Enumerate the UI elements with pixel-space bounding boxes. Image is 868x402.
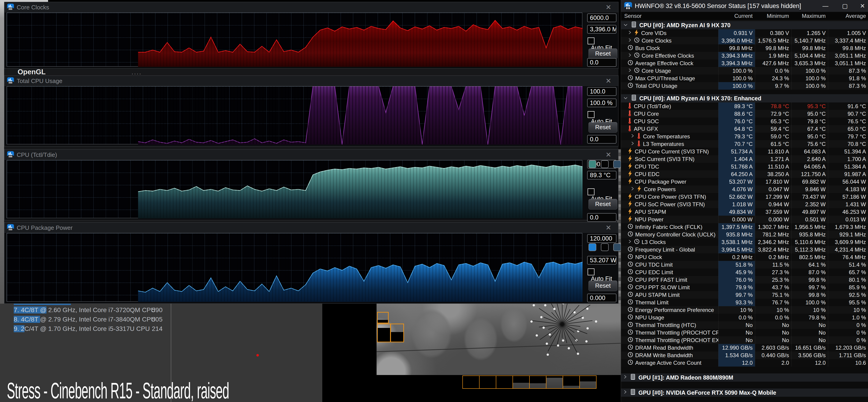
- sensor-section-expanded[interactable]: CPU [#0]: AMD Ryzen AI 9 HX 370: [621, 21, 868, 29]
- sensor-row[interactable]: CPU TDC51.768 A11.510 A64.065 A51.384 A: [621, 163, 868, 170]
- column-header-average[interactable]: Average: [828, 13, 868, 19]
- sensor-row[interactable]: CPU (Tctl/Tdie)89.3 °C78.8 °C95.3 °C91.6…: [621, 102, 868, 110]
- auto-fit-checkbox[interactable]: [588, 268, 594, 275]
- sensor-row[interactable]: NPU Usage0.0 %0.0 %79.8 %1.0 %: [621, 314, 868, 321]
- column-header-maximum[interactable]: Maximum: [791, 13, 828, 19]
- sensor-row[interactable]: CPU Core Power (SVI3 TFN)52.662 W17.299 …: [621, 193, 868, 201]
- column-header-sensor[interactable]: Sensor: [621, 13, 718, 19]
- chevron-right-icon: [630, 141, 635, 147]
- sensor-row[interactable]: Core Effective Clocks3,394.3 MHz1.9 MHz5…: [621, 52, 868, 60]
- axis-min-field[interactable]: 0.0: [587, 135, 616, 144]
- sensor-row[interactable]: NPU Clock0.2 MHz0.2 MHz802.5 MHz76.4 MHz: [621, 254, 868, 261]
- current-value-field[interactable]: 53.207 W: [587, 256, 616, 265]
- color-swatch-0[interactable]: [589, 243, 596, 251]
- ranking-row[interactable]: 7. 4C/8T @ 2.60 GHz, Intel Core i7-3720Q…: [14, 306, 155, 314]
- axis-max-field[interactable]: 120.000: [587, 234, 616, 243]
- sensor-row[interactable]: Core Usage100.0 %0.0 %100.0 %87.3 %: [621, 67, 868, 74]
- axis-min-field[interactable]: 0.000: [587, 294, 616, 302]
- close-button[interactable]: ✕: [859, 2, 866, 10]
- column-header-minimum[interactable]: Minimum: [755, 13, 791, 19]
- sensor-row[interactable]: CPU EDC Limit45.9 %27.3 %87.0 %65.7 %: [621, 268, 868, 276]
- sensor-row[interactable]: Core Temperatures79.3 °C59.0 °C95.0 °C79…: [621, 133, 868, 140]
- current-value-field[interactable]: 89.3 °C: [587, 171, 616, 179]
- chip-icon: [631, 21, 637, 29]
- sensor-row[interactable]: CPU SoC Power (SVI3 TFN)1.018 W0.944 W2.…: [621, 201, 868, 208]
- sensor-row[interactable]: Thermal Throttling (PROCHOT CPU)NoNoNo0 …: [621, 329, 868, 336]
- sensor-label-cell: Thermal Throttling (HTC): [621, 321, 718, 329]
- sensor-row[interactable]: Core VIDs0.931 V0.380 V1.265 V1.005 V: [621, 29, 868, 37]
- axis-min-field[interactable]: 0.0: [587, 58, 616, 67]
- sensor-row[interactable]: CPU TDC Limit51.8 %11.5 %64.1 %51.4 %: [621, 261, 868, 268]
- column-header-current[interactable]: Current: [718, 13, 755, 19]
- current-value-field[interactable]: 3,396.0 MHz: [587, 25, 616, 34]
- axis-min-field[interactable]: 0.0: [587, 213, 616, 222]
- sensor-row[interactable]: CPU EDC64.250 A38.250 A121.750 A91.987 A: [621, 170, 868, 178]
- ranking-row[interactable]: 9. 2C/4T @ 1.70 GHz, Intel Core i5-3317U…: [14, 325, 150, 333]
- sensor-row[interactable]: NPU Power0.000 W0.000 W0.501 W0.013 W: [621, 215, 868, 223]
- value-cell-current: 100.0 %: [718, 74, 755, 82]
- sensor-row[interactable]: Thermal Throttling (PROCHOT EXT)NoNoNo0 …: [621, 336, 868, 344]
- sensor-row[interactable]: L3 Clocks3,538.1 MHz2,346.2 MHz5,110.6 M…: [621, 238, 868, 246]
- sensor-row[interactable]: CPU Core88.6 °C72.9 °C95.0 °C90.7 °C: [621, 110, 868, 118]
- graph-window-titlebar[interactable]: CPU (Tctl/Tdie)✕: [4, 149, 618, 160]
- color-swatch-2[interactable]: [613, 243, 621, 251]
- sensor-row[interactable]: CPU SOC76.0 °C65.3 °C79.8 °C76.5 °C: [621, 118, 868, 125]
- sensor-row[interactable]: APU STAPM49.834 W37.559 W49.897 W46.253 …: [621, 208, 868, 215]
- color-swatch-1[interactable]: [601, 243, 609, 251]
- close-icon[interactable]: ✕: [604, 77, 612, 85]
- sensor-row[interactable]: Max CPU/Thread Usage100.0 %24.3 %100.0 %…: [621, 74, 868, 82]
- maximize-button[interactable]: ▢: [841, 2, 848, 10]
- sensor-row[interactable]: Average Effective Clock3,394.3 MHz427.6 …: [621, 60, 868, 67]
- sensor-row[interactable]: Frequency Limit - Global3,994.5 MHz3,822…: [621, 246, 868, 254]
- color-swatch-0[interactable]: [589, 160, 596, 168]
- sensor-section-collapsed[interactable]: GPU [#1]: AMD Radeon 880M/890M: [621, 373, 868, 382]
- graph-window-titlebar[interactable]: CPU Package Power✕: [4, 223, 618, 233]
- auto-fit-checkbox[interactable]: [588, 189, 594, 195]
- sensor-row[interactable]: Infinity Fabric Clock (FCLK)1,397.5 MHz1…: [621, 223, 868, 231]
- close-icon[interactable]: ✕: [604, 151, 612, 159]
- sensor-label-cell: CPU PPT FAST Limit: [621, 276, 718, 283]
- sensor-row[interactable]: Thermal Limit93.3 %76.7 %100.0 %95.5 %: [621, 299, 868, 306]
- sensor-row[interactable]: Bus Clock99.8 MHz99.8 MHz99.8 MHz99.8 MH…: [621, 44, 868, 52]
- minimize-button[interactable]: —: [822, 2, 829, 10]
- reset-button[interactable]: Reset: [589, 199, 617, 209]
- sensor-row[interactable]: APU STAPM Limit99.7 %75.1 %99.8 %92.5 %: [621, 291, 868, 299]
- auto-fit-checkbox[interactable]: [588, 111, 594, 118]
- sensor-row[interactable]: CPU PPT SLOW Limit79.9 %43.7 %99.7 %85.9…: [621, 283, 868, 291]
- hwinfo-titlebar[interactable]: HWiNFO® 32 v8.16-5600 Sensor Status [157…: [621, 0, 868, 12]
- color-swatch-1[interactable]: [601, 160, 609, 168]
- axis-max-field[interactable]: 6000.0: [587, 13, 616, 22]
- color-swatch-2[interactable]: [613, 160, 621, 168]
- axis-max-field[interactable]: 100.0: [587, 87, 616, 96]
- sensor-row[interactable]: Thermal Throttling (HTC)NoNoNo0 %: [621, 321, 868, 329]
- graph-window-titlebar[interactable]: Core Clocks✕: [4, 2, 618, 12]
- value-cell-average: 0 %: [828, 329, 868, 336]
- sensor-row[interactable]: CPU PPT FAST Limit76.0 %25.3 %99.8 %80.1…: [621, 276, 868, 283]
- reset-button[interactable]: Reset: [589, 280, 617, 291]
- close-icon[interactable]: ✕: [604, 3, 612, 11]
- current-value-field[interactable]: 100.0 %: [587, 99, 616, 107]
- sensor-row[interactable]: DRAM Write Bandwidth1.534 GB/s0.440 GB/s…: [621, 351, 868, 359]
- graph-window-titlebar[interactable]: Total CPU Usage✕: [4, 76, 618, 86]
- reset-button[interactable]: Reset: [589, 48, 617, 59]
- value-cell-current: 100.0 %: [718, 67, 755, 74]
- sensor-row[interactable]: Average Active Core Count12.02.012.010.6: [621, 359, 868, 367]
- sensor-row[interactable]: APU GFX64.8 °C59.4 °C67.4 °C65.0 °C: [621, 125, 868, 133]
- sensor-section-expanded[interactable]: CPU [#0]: AMD Ryzen AI 9 HX 370: Enhance…: [621, 94, 868, 102]
- sensor-row[interactable]: DRAM Read Bandwidth12.990 GB/s2.603 GB/s…: [621, 344, 868, 351]
- sensor-row[interactable]: SoC Current (SVI3 TFN)1.404 A1.271 A2.64…: [621, 155, 868, 163]
- sensor-row[interactable]: Memory Controller Clock (UCLK)935.8 MHz7…: [621, 231, 868, 238]
- sensor-row[interactable]: Energy Performance Preference10 %10 %10 …: [621, 306, 868, 314]
- sensor-name: NPU Clock: [635, 254, 662, 261]
- sensor-row[interactable]: CPU Core Current (SVI3 TFN)51.734 A11.81…: [621, 148, 868, 155]
- sensor-row[interactable]: Total CPU Usage100.0 %9.7 %100.0 %87.3 %: [621, 82, 868, 90]
- sensor-row[interactable]: Core Clocks3,396.0 MHz1,576.5 MHz5,140.7…: [621, 37, 868, 44]
- sensor-row[interactable]: L3 Temperatures70.7 °C61.5 °C75.6 °C70.8…: [621, 140, 868, 148]
- sensor-section-collapsed[interactable]: GPU [#0]: NVIDIA GeForce RTX 5090 Max-Q …: [621, 389, 868, 397]
- sensor-row[interactable]: Core Powers4.076 W0.047 W9.846 W4.183 W: [621, 186, 868, 193]
- reset-button[interactable]: Reset: [589, 122, 617, 133]
- ranking-row[interactable]: 8. 4C/8T @ 2.79 GHz, Intel Core i7-3840Q…: [14, 316, 155, 323]
- sensor-row[interactable]: CPU Package Power53.207 W17.810 W69.882 …: [621, 178, 868, 186]
- auto-fit-checkbox[interactable]: [588, 37, 594, 44]
- close-icon[interactable]: ✕: [604, 224, 612, 232]
